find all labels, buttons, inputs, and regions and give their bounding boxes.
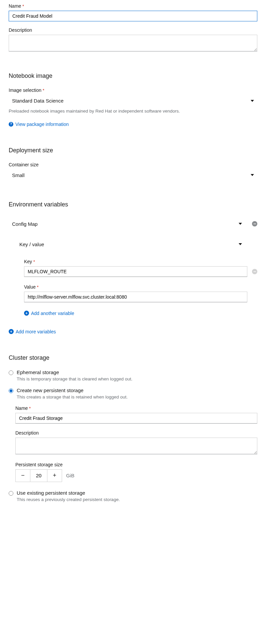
storage-size-unit: GiB [66,473,74,478]
container-size-label: Container size [9,162,257,167]
view-package-info-link[interactable]: ? View package information [9,122,69,127]
storage-size-input[interactable] [30,470,47,482]
env-vars-title: Environment variables [9,201,257,208]
container-size-dropdown[interactable]: Small [9,169,257,181]
caret-down-icon [239,243,242,245]
caret-down-icon [239,223,242,225]
remove-kv-pair-button[interactable]: − [252,269,257,274]
container-size-value: Small [12,172,25,178]
image-selection-label: Image selection [9,88,257,93]
env-key-input[interactable] [24,266,247,277]
deployment-size-title: Deployment size [9,147,257,154]
env-vars-section: Environment variables Config Map − Key /… [9,201,257,334]
env-value-label: Value [24,284,257,290]
existing-storage-help: This reuses a previously created persist… [17,497,257,502]
plus-circle-icon: + [24,311,29,316]
create-new-storage-radio[interactable] [9,388,13,393]
description-textarea[interactable] [9,35,257,51]
deployment-size-section: Deployment size Container size Small [9,147,257,181]
storage-size-increment-button[interactable]: + [47,470,62,482]
add-another-variable-text: Add another variable [31,311,74,316]
remove-env-var-group-button[interactable]: − [252,221,257,226]
caret-down-icon [251,100,254,102]
env-var-subtype-dropdown[interactable]: Key / value [16,238,245,250]
name-section: Name Description [9,3,257,52]
ephemeral-storage-radio[interactable] [9,370,13,375]
image-selection-dropdown[interactable]: Standard Data Science [9,95,257,107]
storage-name-label: Name [15,406,257,411]
cluster-storage-title: Cluster storage [9,354,257,361]
storage-name-input[interactable] [15,413,257,424]
storage-desc-textarea[interactable] [15,438,257,454]
notebook-image-section: Notebook image Image selection Standard … [9,72,257,127]
create-new-storage-help: This creates a storage that is retained … [17,394,257,399]
env-var-subtype-value: Key / value [19,241,44,247]
ephemeral-storage-label: Ephemeral storage [17,369,59,375]
storage-size-label: Persistent storage size [15,462,257,467]
cluster-storage-section: Cluster storage Ephemeral storage This i… [9,354,257,502]
add-more-variables-link[interactable]: + Add more variables [9,329,56,334]
view-package-info-text: View package information [15,122,69,127]
env-var-type-value: Config Map [12,221,38,227]
existing-storage-radio[interactable] [9,491,13,496]
add-more-variables-text: Add more variables [16,329,56,334]
env-var-type-dropdown[interactable]: Config Map [9,218,245,230]
image-selection-value: Standard Data Science [12,98,63,104]
description-label: Description [9,27,257,33]
env-key-label: Key [24,259,257,264]
plus-circle-icon: + [9,329,14,334]
storage-size-decrement-button[interactable]: − [16,470,30,482]
name-label: Name [9,3,257,9]
ephemeral-storage-help: This is temporary storage that is cleare… [17,376,257,381]
existing-storage-label: Use existing persistent storage [17,490,85,496]
caret-down-icon [251,174,254,176]
create-new-storage-label: Create new persistent storage [17,387,83,393]
name-input[interactable] [9,11,257,21]
add-another-variable-link[interactable]: + Add another variable [24,311,74,316]
image-selection-help: Preloaded notebook images maintained by … [9,109,257,114]
info-icon: ? [9,122,13,127]
storage-desc-label: Description [15,430,257,436]
notebook-image-title: Notebook image [9,72,257,79]
env-value-input[interactable] [24,292,247,302]
